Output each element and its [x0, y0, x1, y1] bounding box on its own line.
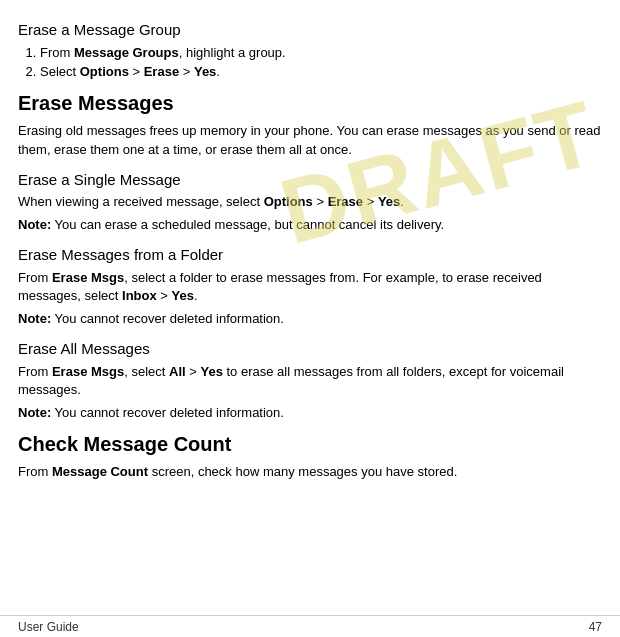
erase-single-bold3: Yes [378, 194, 400, 209]
erase-all-bold3: Yes [200, 364, 222, 379]
erase-single-bold1: Options [264, 194, 313, 209]
erase-all-note: Note: You cannot recover deleted informa… [18, 404, 602, 423]
list-item-1: From Message Groups, highlight a group. [40, 44, 602, 63]
erase-single-note-label: Note: [18, 217, 51, 232]
footer-right: 47 [589, 620, 602, 634]
erase-folder-body: From Erase Msgs, select a folder to eras… [18, 269, 602, 307]
erase-all-bold1: Erase Msgs [52, 364, 124, 379]
erase-all-note-label: Note: [18, 405, 51, 420]
list-item-2-bold1: Options [80, 64, 129, 79]
erase-folder-bold3: Yes [172, 288, 194, 303]
erase-group-list: From Message Groups, highlight a group. … [40, 44, 602, 83]
section-erase-all: Erase All Messages From Erase Msgs, sele… [18, 339, 602, 423]
erase-single-body: When viewing a received message, select … [18, 193, 602, 212]
heading-erase-group: Erase a Message Group [18, 20, 602, 40]
erase-single-bold2: Erase [328, 194, 363, 209]
erase-messages-body: Erasing old messages frees up memory in … [18, 122, 602, 160]
bottom-bar: User Guide 47 [0, 615, 620, 637]
heading-erase-folder: Erase Messages from a Folder [18, 245, 602, 265]
section-erase-folder: Erase Messages from a Folder From Erase … [18, 245, 602, 329]
list-item-2-bold3: Yes [194, 64, 216, 79]
check-count-body: From Message Count screen, check how man… [18, 463, 602, 482]
section-erase-single: Erase a Single Message When viewing a re… [18, 170, 602, 235]
erase-single-note: Note: You can erase a scheduled message,… [18, 216, 602, 235]
list-item-2: Select Options > Erase > Yes. [40, 63, 602, 82]
section-erase-group: Erase a Message Group From Message Group… [18, 20, 602, 82]
footer-left: User Guide [18, 620, 79, 634]
section-check-count: Check Message Count From Message Count s… [18, 431, 602, 482]
erase-folder-note: Note: You cannot recover deleted informa… [18, 310, 602, 329]
erase-folder-bold2: Inbox [122, 288, 157, 303]
heading-erase-messages: Erase Messages [18, 90, 602, 116]
section-erase-messages: Erase Messages Erasing old messages free… [18, 90, 602, 160]
erase-all-bold2: All [169, 364, 186, 379]
list-item-2-text: Select Options > Erase > Yes. [40, 64, 220, 79]
erase-all-body: From Erase Msgs, select All > Yes to era… [18, 363, 602, 401]
heading-erase-all: Erase All Messages [18, 339, 602, 359]
heading-erase-single: Erase a Single Message [18, 170, 602, 190]
list-item-2-bold2: Erase [144, 64, 179, 79]
check-count-bold1: Message Count [52, 464, 148, 479]
list-item-1-bold: Message Groups [74, 45, 179, 60]
list-item-1-text: From Message Groups, highlight a group. [40, 45, 286, 60]
page-container: DRAFT Erase a Message Group From Message… [0, 0, 620, 637]
erase-folder-bold1: Erase Msgs [52, 270, 124, 285]
heading-check-count: Check Message Count [18, 431, 602, 457]
erase-folder-note-label: Note: [18, 311, 51, 326]
